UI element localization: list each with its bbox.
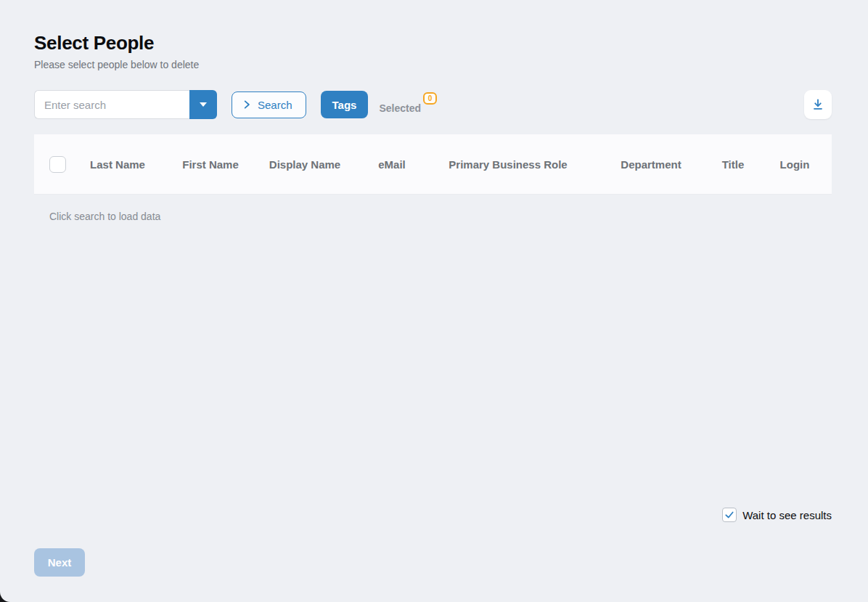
search-button[interactable]: Search — [232, 91, 306, 118]
page-subtitle: Please select people below to delete — [34, 59, 832, 70]
search-options-dropdown-button[interactable] — [189, 90, 217, 119]
wait-to-see-results-checkbox[interactable] — [722, 508, 737, 522]
wait-to-see-results-control: Wait to see results — [722, 508, 832, 522]
search-input[interactable] — [34, 90, 189, 119]
chevron-right-icon — [242, 99, 252, 110]
tags-button[interactable]: Tags — [321, 91, 369, 118]
select-all-checkbox[interactable] — [49, 156, 66, 173]
download-icon — [811, 97, 825, 112]
column-header-email[interactable]: eMail — [378, 158, 406, 171]
column-header-primary-business-role[interactable]: Primary Business Role — [449, 158, 567, 171]
column-header-last-name[interactable]: Last Name — [90, 158, 145, 171]
select-people-page: Select People Please select people below… — [0, 0, 868, 602]
caret-down-icon — [200, 102, 207, 107]
page-title: Select People — [34, 0, 832, 54]
column-header-title[interactable]: Title — [722, 158, 745, 171]
selected-counter: Selected 0 — [379, 95, 437, 114]
next-button[interactable]: Next — [34, 548, 85, 577]
selected-label: Selected — [379, 102, 421, 114]
download-button[interactable] — [804, 90, 832, 119]
column-header-login[interactable]: Login — [780, 158, 810, 171]
search-group — [34, 90, 217, 119]
table-header-row: Last NameFirst NameDisplay NameeMailPrim… — [34, 134, 832, 195]
column-header-department[interactable]: Department — [621, 158, 681, 171]
wait-to-see-results-label: Wait to see results — [742, 509, 832, 521]
selected-count-badge: 0 — [423, 92, 437, 105]
column-header-display-name[interactable]: Display Name — [269, 158, 340, 171]
table-empty-message: Click search to load data — [34, 211, 832, 222]
column-header-first-name[interactable]: First Name — [182, 158, 239, 171]
checkmark-icon — [724, 510, 734, 520]
search-button-label: Search — [258, 99, 292, 111]
toolbar: Search Tags Selected 0 — [34, 90, 832, 119]
